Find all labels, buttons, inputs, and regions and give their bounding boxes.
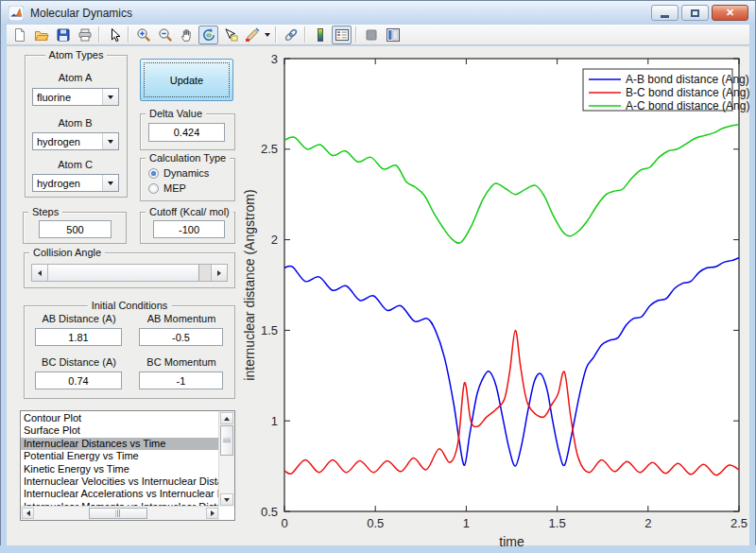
insert-legend-button[interactable]	[332, 26, 352, 44]
horizontal-scroll-thumb[interactable]	[89, 508, 147, 519]
vertical-scrollbar[interactable]	[218, 411, 234, 507]
edit-plot-arrow-button[interactable]	[104, 26, 124, 44]
zoom-in-icon	[136, 27, 151, 43]
toolbar-separator	[275, 26, 277, 43]
slider-thumb[interactable]	[48, 265, 199, 281]
legend-entry-label: A-C bond distance (Ang)	[626, 99, 749, 112]
matlab-app-icon	[9, 6, 24, 21]
chevron-down-icon	[108, 140, 113, 144]
x-axis-label: time	[499, 534, 524, 548]
atom-c-dropdown[interactable]: hydrogen	[32, 174, 119, 192]
steps-field[interactable]	[39, 220, 112, 238]
maximize-button[interactable]	[681, 5, 709, 21]
scroll-grip	[116, 510, 121, 517]
scroll-down-button[interactable]	[220, 493, 233, 506]
delta-value-field[interactable]	[148, 123, 225, 142]
list-item[interactable]: Internuclear Distances vs Time	[21, 438, 219, 450]
list-item[interactable]: Internuclear Velocities vs Internuclear …	[21, 475, 219, 488]
minimize-button[interactable]	[651, 5, 679, 21]
app-window: Molecular Dynamics ✕ Atom Types Atom A f…	[0, 0, 756, 553]
slider-track[interactable]	[199, 265, 211, 281]
zoom-in-button[interactable]	[133, 26, 153, 44]
cutoff-field[interactable]	[153, 220, 225, 238]
radio-dynamics-label: Dynamics	[163, 167, 209, 179]
slider-right-button[interactable]	[211, 265, 227, 281]
radio-selected-icon	[148, 168, 159, 179]
save-file-button[interactable]	[53, 26, 73, 44]
edit-plot-arrow-icon	[107, 27, 122, 43]
list-item[interactable]: Potential Energy vs Time	[21, 450, 219, 462]
hide-plot-tools-button[interactable]	[361, 26, 381, 44]
insert-colorbar-button[interactable]	[310, 26, 330, 44]
x-tick-label: 2	[644, 516, 651, 530]
radio-mep[interactable]: MEP	[148, 182, 186, 194]
atom-a-label: Atom A	[25, 72, 126, 83]
list-item[interactable]: Surface Plot	[21, 424, 219, 437]
y-axis-label: internuclear distance (Angstrom)	[242, 189, 257, 380]
collision-angle-slider[interactable]	[31, 264, 228, 282]
window-title: Molecular Dynamics	[30, 7, 132, 20]
ab-momentum-field[interactable]	[139, 328, 223, 346]
open-file-button[interactable]	[31, 26, 51, 44]
scroll-left-button[interactable]	[22, 508, 34, 519]
open-file-icon	[34, 27, 49, 43]
close-button[interactable]: ✕	[712, 5, 748, 21]
toolbar-separator	[98, 26, 100, 43]
minimize-icon	[661, 15, 669, 18]
zoom-out-button[interactable]	[155, 26, 175, 44]
bc-distance-field[interactable]	[35, 372, 122, 389]
delta-value-title: Delta Value	[146, 108, 206, 119]
atom-c-label: Atom C	[25, 159, 126, 170]
listbox-items: Contour PlotSurface PlotInternuclear Dis…	[21, 412, 219, 506]
bc-momentum-field[interactable]	[139, 372, 223, 389]
atom-b-dropdown-button[interactable]	[102, 133, 118, 149]
axes-plot-area[interactable]: 00.511.522.50.511.522.53timeinternuclear…	[239, 45, 753, 548]
y-tick-label: 0.5	[261, 505, 278, 519]
plot-type-listbox[interactable]: Contour PlotSurface PlotInternuclear Dis…	[20, 410, 235, 521]
insert-legend-icon	[335, 27, 350, 43]
pan-hand-button[interactable]	[177, 26, 197, 44]
y-tick-label: 1.5	[261, 323, 278, 337]
print-icon	[77, 27, 93, 43]
brush-button[interactable]	[242, 26, 262, 44]
atom-b-dropdown[interactable]: hydrogen	[32, 132, 119, 150]
atom-a-dropdown-button[interactable]	[102, 89, 118, 105]
new-file-button[interactable]	[9, 26, 29, 44]
print-button[interactable]	[75, 26, 94, 44]
scroll-right-button[interactable]	[206, 508, 218, 519]
rotate-3d-icon	[201, 27, 216, 43]
atom-c-value: hydrogen	[33, 175, 102, 191]
update-button[interactable]: Update	[140, 59, 233, 101]
slider-left-button[interactable]	[32, 265, 48, 281]
toolbar-separator	[355, 26, 357, 43]
scroll-grip	[223, 439, 231, 443]
link-plot-button[interactable]	[281, 26, 301, 44]
figure-toolbar	[7, 25, 749, 45]
scroll-up-button[interactable]	[220, 412, 233, 424]
chevron-down-icon	[265, 33, 270, 37]
atom-a-value: fluorine	[33, 89, 102, 105]
dock-figure-button[interactable]	[383, 26, 403, 44]
list-item[interactable]: Kinetic Energy vs Time	[21, 463, 219, 475]
calculation-type-title: Calculation Type	[146, 152, 230, 164]
ab-distance-field[interactable]	[35, 328, 122, 346]
atom-c-dropdown-button[interactable]	[102, 175, 118, 191]
atom-a-dropdown[interactable]: fluorine	[32, 88, 119, 106]
title-bar[interactable]: Molecular Dynamics ✕	[1, 1, 755, 25]
vertical-scroll-thumb[interactable]	[220, 425, 233, 456]
ab-distance-label: AB Distance (A)	[34, 313, 124, 324]
arrow-right-icon	[211, 510, 215, 516]
horizontal-scrollbar[interactable]	[21, 506, 219, 520]
calculation-type-panel: Calculation Type	[140, 158, 235, 201]
list-item[interactable]: Internuclear Accelerations vs Internucle…	[21, 488, 219, 500]
hide-plot-tools-icon	[364, 27, 379, 43]
radio-dynamics[interactable]: Dynamics	[148, 167, 209, 179]
atom-types-title: Atom Types	[45, 49, 108, 60]
atom-b-label: Atom B	[25, 117, 126, 129]
legend[interactable]: A-B bond distance (Ang)B-C bond distance…	[583, 69, 749, 112]
rotate-3d-button[interactable]	[198, 26, 218, 44]
brush-dropdown-button[interactable]	[263, 26, 272, 44]
arrow-up-icon	[224, 417, 230, 421]
list-item[interactable]: Contour Plot	[21, 412, 219, 424]
data-cursor-button[interactable]	[220, 26, 240, 44]
